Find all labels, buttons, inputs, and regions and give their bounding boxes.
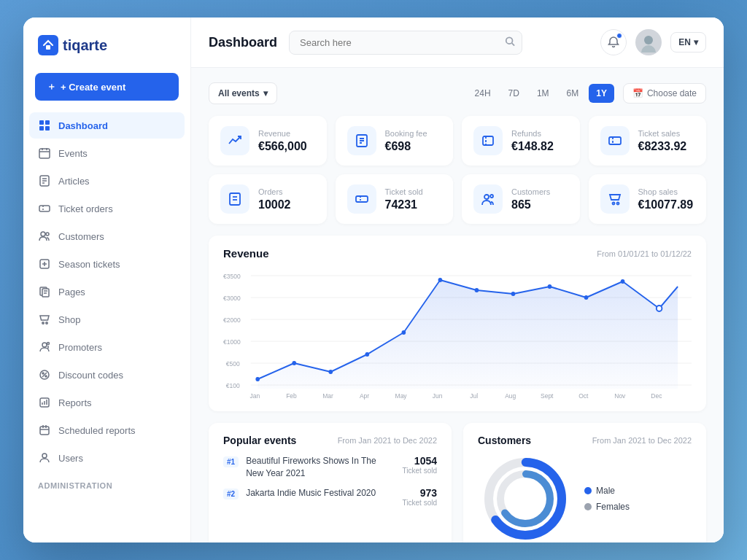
avatar[interactable] — [635, 29, 662, 55]
svg-point-60 — [490, 195, 493, 198]
svg-point-42 — [506, 37, 513, 44]
notification-dot — [616, 33, 622, 39]
sidebar: tiqarte ＋ + Create event Dashboard Event… — [23, 18, 191, 542]
customers-header: Customers From Jan 2021 to Dec 2022 — [478, 435, 692, 446]
stat-info-revenue: Revenue €566,000 — [258, 129, 315, 153]
stat-info-orders: Orders 10002 — [258, 187, 315, 211]
donut-legend: Male Females — [584, 486, 630, 512]
sidebar-label-discount-codes: Discount codes — [58, 370, 123, 381]
sidebar-item-customers[interactable]: Customers — [29, 223, 185, 249]
svg-text:Jun: Jun — [433, 392, 443, 400]
sidebar-item-ticket-orders[interactable]: Ticket orders — [29, 195, 185, 222]
logo: tiqarte — [23, 18, 190, 67]
refunds-icon-wrap — [473, 126, 503, 155]
event-rank-1: #1 — [223, 456, 239, 467]
svg-point-82 — [475, 288, 479, 292]
shop-sales-icon-wrap — [600, 184, 630, 214]
search-icon — [505, 36, 515, 49]
stat-label-ticket-sold: Ticket sold — [385, 187, 442, 196]
donut-chart — [478, 455, 573, 542]
svg-point-32 — [45, 376, 47, 377]
sidebar-label-ticket-orders: Ticket orders — [58, 203, 113, 214]
sidebar-label-shop: Shop — [58, 314, 80, 325]
svg-text:Aug: Aug — [505, 392, 516, 400]
sidebar-item-dashboard[interactable]: Dashboard — [29, 112, 185, 139]
svg-point-16 — [46, 233, 49, 236]
svg-rect-2 — [45, 120, 50, 125]
popular-events-panel: Popular events From Jan 2021 to Dec 2022… — [209, 423, 452, 542]
svg-point-44 — [641, 45, 656, 52]
time-6m[interactable]: 6M — [560, 84, 587, 103]
admin-section-label: Administration — [29, 472, 185, 493]
sidebar-item-users[interactable]: Users — [29, 445, 185, 471]
customers-chart-title: Customers — [478, 435, 531, 446]
sidebar-label-customers: Customers — [58, 231, 104, 242]
sidebar-item-promoters[interactable]: Promoters — [29, 334, 185, 360]
stat-card-ticket-sales: Ticket sales €8233.92 — [589, 116, 707, 166]
sidebar-item-pages[interactable]: Pages — [29, 279, 185, 305]
svg-text:Oct: Oct — [578, 392, 589, 400]
stat-value-booking: €698 — [385, 140, 442, 153]
sidebar-item-reports[interactable]: Reports — [29, 389, 185, 416]
svg-rect-52 — [609, 137, 621, 144]
time-1m[interactable]: 1M — [530, 84, 557, 103]
svg-text:€1000: €1000 — [223, 338, 241, 346]
event-item-1: #1 Beautiful Fireworks Shows In The New … — [223, 455, 437, 480]
time-1y[interactable]: 1Y — [589, 84, 614, 103]
notification-button[interactable] — [600, 29, 627, 55]
stat-label-shop-sales: Shop sales — [638, 187, 695, 196]
stat-label-customers: Customers — [511, 187, 568, 196]
page-title: Dashboard — [209, 35, 277, 50]
svg-rect-0 — [46, 45, 50, 50]
sidebar-item-shop[interactable]: Shop — [29, 306, 185, 332]
stat-value-orders: 10002 — [258, 198, 315, 211]
language-button[interactable]: EN ▾ — [670, 32, 706, 52]
stat-card-ticket-sold: Ticket sold 74231 — [336, 174, 454, 224]
svg-point-83 — [511, 292, 516, 296]
stat-label-refunds: Refunds — [511, 129, 568, 138]
svg-point-81 — [438, 278, 443, 282]
users-icon — [38, 230, 51, 243]
sidebar-item-events[interactable]: Events — [29, 140, 185, 166]
ticket-icon — [38, 202, 51, 215]
sidebar-label-events: Events — [58, 148, 88, 159]
svg-text:May: May — [395, 392, 408, 400]
svg-point-41 — [42, 454, 47, 458]
booking-icon-wrap — [347, 126, 376, 155]
male-dot — [584, 487, 592, 494]
svg-text:€100: €100 — [226, 382, 240, 389]
stat-value-ticket-sales: €8233.92 — [638, 140, 695, 153]
stat-label-ticket-sales: Ticket sales — [638, 129, 695, 138]
svg-point-86 — [621, 279, 625, 284]
sidebar-label-season-tickets: Season tickets — [58, 259, 120, 270]
svg-point-31 — [42, 373, 44, 374]
stat-card-booking-fee: Booking fee €698 — [336, 116, 454, 166]
sidebar-item-discount-codes[interactable]: Discount codes — [29, 362, 185, 388]
sidebar-item-scheduled-reports[interactable]: Scheduled reports — [29, 417, 185, 443]
svg-point-45 — [644, 36, 653, 44]
svg-text:€3500: €3500 — [223, 273, 241, 280]
chart-date-range: From 01/01/21 to 01/12/22 — [597, 249, 692, 258]
all-events-dropdown[interactable]: All events ▾ — [209, 82, 277, 104]
time-7d[interactable]: 7D — [501, 84, 527, 103]
discount-icon — [38, 368, 51, 381]
event-tickets-1: 1054 Ticket sold — [403, 455, 437, 475]
choose-date-button[interactable]: 📅 Choose date — [623, 83, 706, 104]
popular-events-header: Popular events From Jan 2021 to Dec 2022 — [223, 435, 437, 446]
time-24h[interactable]: 24H — [468, 84, 498, 103]
sidebar-label-reports: Reports — [58, 397, 92, 408]
sidebar-label-users: Users — [58, 453, 83, 464]
stat-value-revenue: €566,000 — [258, 140, 315, 153]
ticket-sold-icon-wrap — [347, 184, 376, 214]
svg-text:Apr: Apr — [360, 392, 369, 400]
search-input[interactable] — [289, 31, 522, 55]
svg-point-59 — [484, 195, 489, 199]
sidebar-label-articles: Articles — [58, 176, 90, 187]
sidebar-item-articles[interactable]: Articles — [29, 168, 185, 194]
sidebar-item-season-tickets[interactable]: Season tickets — [29, 251, 185, 277]
reports-icon — [38, 396, 51, 409]
svg-point-62 — [616, 203, 619, 205]
svg-point-84 — [548, 284, 552, 289]
create-event-button[interactable]: ＋ + Create event — [35, 73, 179, 101]
svg-point-80 — [402, 330, 406, 335]
